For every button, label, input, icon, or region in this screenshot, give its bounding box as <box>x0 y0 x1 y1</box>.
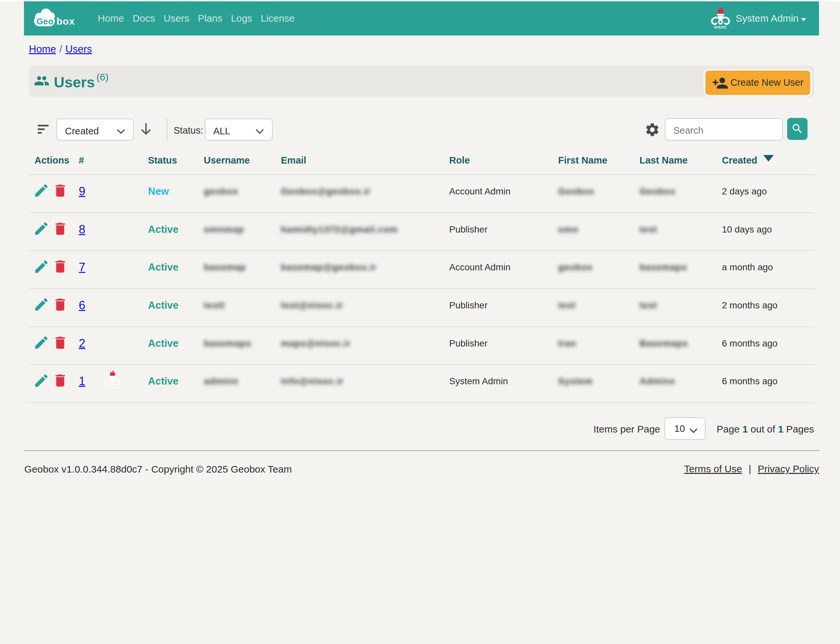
svg-text:NISOC: NISOC <box>714 25 727 29</box>
svg-text:box: box <box>56 16 75 26</box>
svg-text:NISOC: NISOC <box>107 386 118 389</box>
svg-text:Geo: Geo <box>36 16 54 26</box>
